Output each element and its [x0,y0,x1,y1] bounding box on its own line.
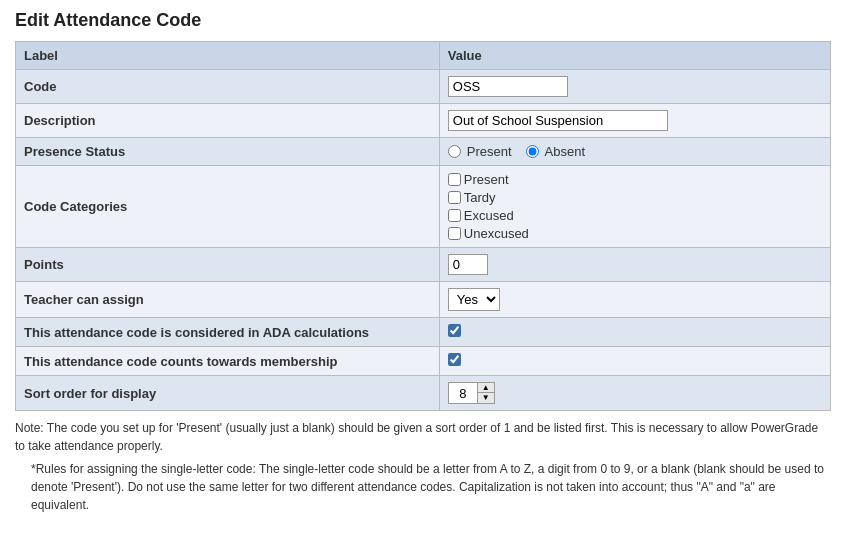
presence-status-present-label[interactable]: Present [448,144,512,159]
table-row: Description [16,104,831,138]
sort-order-spinner: ▲ ▼ [448,382,495,404]
notes-area: Note: The code you set up for 'Present' … [15,419,831,514]
category-present-text: Present [464,172,509,187]
code-categories-value-cell: Present Tardy Excused Unexcused [439,166,830,248]
code-categories-label: Code Categories [16,166,440,248]
page-title: Edit Attendance Code [15,10,831,31]
table-row: Code [16,70,831,104]
points-label: Points [16,248,440,282]
sort-order-up-button[interactable]: ▲ [478,383,494,393]
teacher-assign-select[interactable]: Yes No [448,288,500,311]
rules-note: *Rules for assigning the single-letter c… [31,460,831,514]
table-row: This attendance code is considered in AD… [16,318,831,347]
code-label: Code [16,70,440,104]
table-row: This attendance code counts towards memb… [16,347,831,376]
sort-order-label: Sort order for display [16,376,440,411]
category-tardy-checkbox[interactable] [448,191,461,204]
table-row: Code Categories Present Tardy Excused [16,166,831,248]
presence-status-present-text: Present [467,144,512,159]
table-row: Teacher can assign Yes No [16,282,831,318]
membership-value-cell [439,347,830,376]
ada-checkbox[interactable] [448,324,461,337]
presence-status-radio-group: Present Absent [448,144,822,159]
membership-label: This attendance code counts towards memb… [16,347,440,376]
teacher-assign-value-cell: Yes No [439,282,830,318]
category-present-label[interactable]: Present [448,172,822,187]
description-label: Description [16,104,440,138]
table-row: Presence Status Present Absent [16,138,831,166]
membership-checkbox[interactable] [448,353,461,366]
points-input[interactable] [448,254,488,275]
category-unexcused-checkbox[interactable] [448,227,461,240]
category-excused-checkbox[interactable] [448,209,461,222]
value-column-header: Value [439,42,830,70]
table-row: Sort order for display ▲ ▼ [16,376,831,411]
label-column-header: Label [16,42,440,70]
main-note: Note: The code you set up for 'Present' … [15,419,831,455]
description-input[interactable] [448,110,668,131]
ada-value-cell [439,318,830,347]
category-present-checkbox[interactable] [448,173,461,186]
presence-status-label: Presence Status [16,138,440,166]
teacher-assign-label: Teacher can assign [16,282,440,318]
presence-status-absent-radio[interactable] [526,145,539,158]
attendance-code-table: Label Value Code Description Presence St… [15,41,831,411]
table-row: Points [16,248,831,282]
presence-status-absent-label[interactable]: Absent [526,144,585,159]
sort-order-spin-buttons: ▲ ▼ [477,383,494,403]
presence-status-value-cell: Present Absent [439,138,830,166]
category-tardy-label[interactable]: Tardy [448,190,822,205]
presence-status-present-radio[interactable] [448,145,461,158]
sort-order-input[interactable] [449,384,477,403]
category-tardy-text: Tardy [464,190,496,205]
sort-order-down-button[interactable]: ▼ [478,393,494,403]
description-value-cell [439,104,830,138]
category-unexcused-text: Unexcused [464,226,529,241]
ada-label: This attendance code is considered in AD… [16,318,440,347]
category-unexcused-label[interactable]: Unexcused [448,226,822,241]
code-categories-checkbox-group: Present Tardy Excused Unexcused [448,172,822,241]
code-input[interactable] [448,76,568,97]
code-value-cell [439,70,830,104]
category-excused-label[interactable]: Excused [448,208,822,223]
points-value-cell [439,248,830,282]
sort-order-value-cell: ▲ ▼ [439,376,830,411]
category-excused-text: Excused [464,208,514,223]
presence-status-absent-text: Absent [545,144,585,159]
